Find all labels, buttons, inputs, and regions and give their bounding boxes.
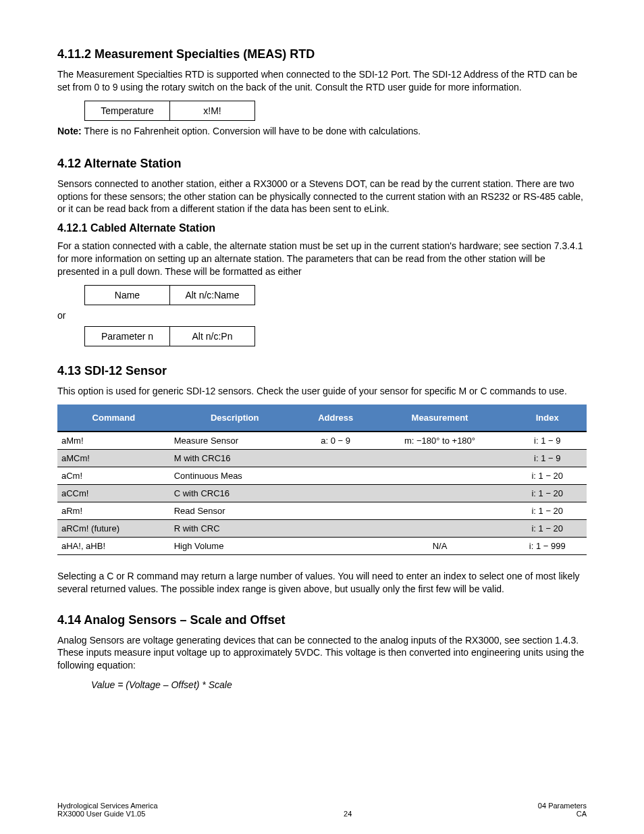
note-text: There is no Fahrenheit option. Conversio…	[82, 126, 421, 136]
table-cell: aRCm! (future)	[57, 519, 170, 537]
table-sdi12-commands: Command Description Address Measurement …	[57, 405, 587, 555]
heading-4-12: 4.12 Alternate Station	[57, 157, 587, 171]
or-text: or	[57, 309, 587, 322]
note-label: Note:	[57, 126, 82, 136]
para-cabled-alt: For a station connected with a cable, th…	[57, 240, 587, 278]
table-cell: i: 1 − 999	[508, 537, 587, 554]
table-cell: Read Sensor	[170, 502, 300, 519]
heading-4-13: 4.13 SDI-12 Sensor	[57, 364, 587, 378]
page-footer: Hydrological Services America RX3000 Use…	[57, 802, 587, 818]
table-cell	[300, 449, 372, 467]
heading-4-11-2: 4.11.2 Measurement Specialties (MEAS) RT…	[57, 47, 587, 61]
table-row: aMm!Measure Sensora: 0 − 9m: −180° to +1…	[57, 432, 587, 450]
table-cell: Continuous Meas	[170, 467, 300, 484]
table-cell: i: 1 − 9	[508, 432, 587, 450]
table-row: aRCm! (future)R with CRCi: 1 − 20	[57, 519, 587, 537]
equation-analog: Value = (Voltage – Offset) * Scale	[91, 679, 587, 692]
table-alt-format-a: Name Alt n/c:Name	[84, 285, 255, 305]
th-description: Description	[170, 405, 300, 432]
table-alt-format-b: Parameter n Alt n/c:Pn	[84, 326, 255, 346]
table-cell: i: 1 − 20	[508, 467, 587, 484]
table-cell: aMCm!	[57, 449, 170, 467]
table-cell: aMm!	[57, 432, 170, 450]
table-cell: N/A	[372, 537, 508, 554]
table-cell: C with CRC16	[170, 484, 300, 502]
table-row: aCm!Continuous Measi: 1 − 20	[57, 467, 587, 484]
table-cell	[300, 537, 372, 554]
para-sdi12-after: Selecting a C or R command may return a …	[57, 570, 587, 596]
table-row: aRm!Read Sensori: 1 − 20	[57, 502, 587, 519]
heading-4-12-1: 4.12.1 Cabled Alternate Station	[57, 222, 587, 234]
table-cell	[300, 467, 372, 484]
heading-4-14: 4.14 Analog Sensors – Scale and Offset	[57, 613, 587, 627]
footer-right-2: CA	[538, 810, 587, 818]
table-rtd-command: Temperature x!M!	[84, 101, 255, 121]
para-sdi12: This option is used for generic SDI-12 s…	[57, 385, 587, 398]
th-command: Command	[57, 405, 170, 432]
table-cell: Measure Sensor	[170, 432, 300, 450]
footer-left-2: RX3000 User Guide V1.05	[57, 810, 158, 818]
table-cell: M with CRC16	[170, 449, 300, 467]
footer-right-1: 04 Parameters	[538, 802, 587, 810]
table-row: aCCm!C with CRC16i: 1 − 20	[57, 484, 587, 502]
table-cell: m: −180° to +180°	[372, 432, 508, 450]
table-cell: aCm!	[57, 467, 170, 484]
th-index: Index	[508, 405, 587, 432]
table-cell: i: 1 − 20	[508, 519, 587, 537]
para-alt-station-intro: Sensors connected to another station, ei…	[57, 178, 587, 216]
th-measurement: Measurement	[372, 405, 508, 432]
table-cell: i: 1 − 20	[508, 502, 587, 519]
table-row: aMCm!M with CRC16i: 1 − 9	[57, 449, 587, 467]
table-cell: High Volume	[170, 537, 300, 554]
table-cell	[372, 484, 508, 502]
table-cell: aRm!	[57, 502, 170, 519]
cell-alt-b1: Parameter n	[85, 326, 170, 346]
footer-left-1: Hydrological Services America	[57, 802, 158, 810]
table-cell: a: 0 − 9	[300, 432, 372, 450]
table-cell: i: 1 − 20	[508, 484, 587, 502]
table-cell	[372, 449, 508, 467]
table-cell	[300, 502, 372, 519]
table-row: aHA!, aHB!High VolumeN/Ai: 1 − 999	[57, 537, 587, 554]
table-cell: aHA!, aHB!	[57, 537, 170, 554]
table-cell: i: 1 − 9	[508, 449, 587, 467]
cell-rtd-cmd: x!M!	[170, 101, 255, 120]
th-address: Address	[300, 405, 372, 432]
table-cell	[372, 519, 508, 537]
cell-alt-a1: Name	[85, 286, 170, 305]
para-analog: Analog Sensors are voltage generating de…	[57, 634, 587, 673]
table-cell: aCCm!	[57, 484, 170, 502]
cell-alt-a2: Alt n/c:Name	[170, 286, 255, 305]
cell-alt-b2: Alt n/c:Pn	[170, 326, 255, 346]
para-meas-rtd: The Measurement Specialties RTD is suppo…	[57, 68, 587, 94]
table-cell	[372, 502, 508, 519]
cell-rtd-param: Temperature	[85, 101, 170, 120]
table-cell	[300, 484, 372, 502]
note-rtd: Note: There is no Fahrenheit option. Con…	[57, 125, 587, 138]
footer-page-number: 24	[158, 810, 538, 818]
table-cell: R with CRC	[170, 519, 300, 537]
table-cell	[372, 467, 508, 484]
table-cell	[300, 519, 372, 537]
